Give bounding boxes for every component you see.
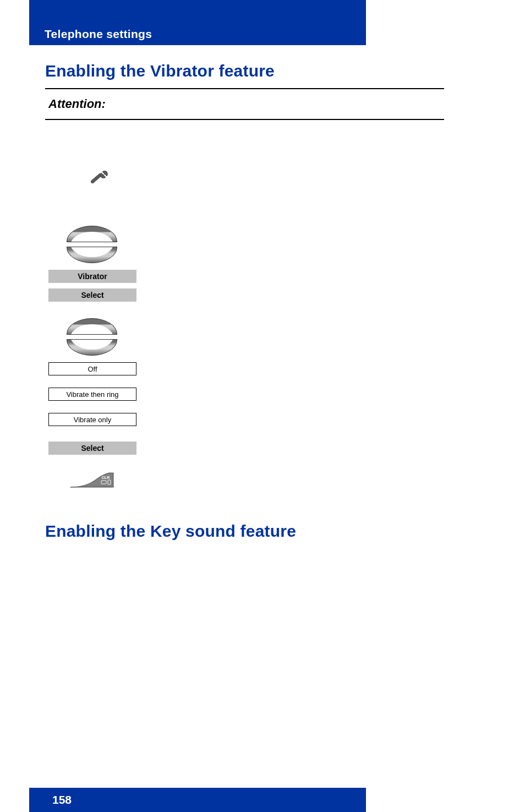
clr-key-label: CLR: [102, 476, 110, 479]
divider-top: [45, 88, 444, 89]
divider-bottom: [45, 119, 444, 120]
page-number: 158: [52, 793, 72, 806]
step-choose-option: Off Vibrate then ring Vibrate only Selec…: [45, 318, 444, 455]
steps-area: Vibrator Select Off Vibrate then ring Vi…: [45, 170, 444, 490]
content-area: Enabling the Vibrator feature Attention:…: [45, 55, 444, 548]
option-vibrate-then-ring[interactable]: Vibrate then ring: [48, 388, 136, 401]
softkey-select[interactable]: Select: [48, 442, 136, 455]
header-band: Telephone settings: [29, 0, 366, 45]
nav-up-icon: [67, 226, 117, 242]
settings-wrench-icon: [89, 170, 444, 187]
page-footer: 158: [29, 788, 366, 812]
nav-down-icon: [67, 339, 117, 356]
step-navigate-vibrator: Vibrator Select: [45, 226, 444, 302]
attention-label: Attention:: [48, 97, 444, 111]
option-off[interactable]: Off: [48, 362, 136, 375]
softkey-select[interactable]: Select: [48, 288, 136, 302]
nav-up-icon: [67, 318, 117, 335]
nav-updown-icon[interactable]: [67, 318, 117, 356]
heading-keysound: Enabling the Key sound feature: [45, 522, 444, 541]
heading-vibrator: Enabling the Vibrator feature: [45, 62, 444, 80]
clr-key-icon[interactable]: CLR: [70, 471, 444, 490]
header-section-title: Telephone settings: [45, 28, 152, 41]
nav-down-icon: [67, 247, 117, 263]
menu-item-vibrator[interactable]: Vibrator: [48, 270, 136, 283]
option-vibrate-only[interactable]: Vibrate only: [48, 413, 136, 426]
nav-updown-icon[interactable]: [67, 226, 117, 263]
